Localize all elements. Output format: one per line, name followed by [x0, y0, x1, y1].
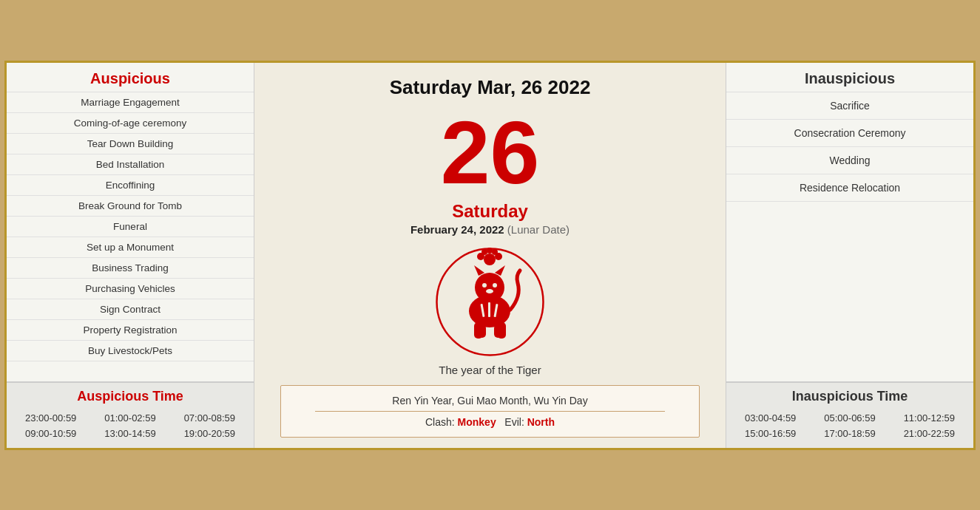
time-slot: 23:00-00:59 — [13, 411, 89, 425]
list-item: Buy Livestock/Pets — [7, 341, 254, 361]
list-item: Bed Installation — [7, 154, 254, 175]
inauspicious-title: Inauspicious — [805, 70, 895, 86]
time-slot: 13:00-14:59 — [92, 426, 168, 441]
time-slot: 07:00-08:59 — [172, 411, 248, 425]
list-item: Coming-of-age ceremony — [7, 113, 254, 134]
svg-rect-9 — [488, 302, 490, 317]
svg-point-5 — [482, 283, 487, 288]
list-item: Set up a Monument — [7, 237, 254, 258]
time-slot: 19:00-20:59 — [172, 426, 248, 441]
auspicious-time-section: Auspicious Time 23:00-00:59 01:00-02:59 … — [7, 381, 254, 448]
inauspicious-time-header: Inauspicious Time — [726, 383, 973, 408]
time-slot: 03:00-04:59 — [732, 411, 808, 425]
svg-point-2 — [475, 273, 504, 302]
info-divider — [315, 411, 665, 412]
left-panel: Auspicious Marriage Engagement Coming-of… — [7, 63, 254, 448]
inauspicious-list: Sacrifice Consecration Ceremony Wedding … — [726, 92, 973, 381]
clash-label: Clash: — [425, 416, 455, 428]
auspicious-time-grid: 23:00-00:59 01:00-02:59 07:00-08:59 09:0… — [7, 408, 254, 448]
year-month-day-info: Ren Yin Year, Gui Mao Month, Wu Yin Day — [392, 395, 587, 407]
day-number: 26 — [441, 108, 539, 197]
tiger-zodiac-svg — [433, 245, 547, 359]
time-slot: 11:00-12:59 — [891, 411, 967, 425]
lunar-date-suffix: (Lunar Date) — [507, 223, 570, 236]
auspicious-time-title: Auspicious Time — [77, 389, 183, 404]
auspicious-title: Auspicious — [90, 70, 170, 86]
time-slot: 21:00-22:59 — [891, 426, 967, 441]
inauspicious-header: Inauspicious — [726, 63, 973, 92]
time-slot: 09:00-10:59 — [13, 426, 89, 441]
auspicious-time-header: Auspicious Time — [7, 383, 254, 408]
gregorian-date-title: Saturday Mar, 26 2022 — [390, 76, 591, 99]
svg-marker-3 — [474, 265, 484, 276]
inauspicious-time-title: Inauspicious Time — [792, 389, 908, 404]
svg-marker-4 — [495, 265, 505, 276]
svg-point-18 — [481, 249, 487, 255]
svg-point-6 — [493, 283, 497, 288]
svg-point-7 — [486, 289, 493, 293]
clash-animal: Monkey — [458, 416, 496, 428]
svg-point-19 — [492, 249, 498, 255]
zodiac-image — [433, 245, 547, 359]
list-item: Sacrifice — [726, 92, 973, 120]
inauspicious-time-grid: 03:00-04:59 05:00-06:59 11:00-12:59 15:0… — [726, 408, 973, 448]
list-item: Business Trading — [7, 258, 254, 279]
svg-rect-14 — [494, 324, 501, 338]
content-area: Auspicious Marriage Engagement Coming-of… — [7, 63, 973, 448]
list-item: Purchasing Vehicles — [7, 279, 254, 299]
time-slot: 01:00-02:59 — [92, 411, 168, 425]
time-slot: 17:00-18:59 — [811, 426, 888, 441]
list-item: Wedding — [726, 147, 973, 174]
list-item: Consecration Ceremony — [726, 120, 973, 147]
auspicious-header: Auspicious — [7, 63, 254, 92]
evil-direction: North — [527, 416, 555, 428]
list-item: Tear Down Building — [7, 134, 254, 154]
center-panel: Saturday Mar, 26 2022 26 Saturday Februa… — [254, 63, 726, 448]
list-item: Property Registration — [7, 320, 254, 341]
auspicious-list: Marriage Engagement Coming-of-age ceremo… — [7, 92, 254, 381]
svg-point-15 — [484, 254, 496, 265]
list-item: Marriage Engagement — [7, 92, 254, 113]
lunar-date-main: February 24, 2022 — [410, 223, 504, 236]
list-item: Break Ground for Tomb — [7, 196, 254, 217]
inauspicious-time-section: Inauspicious Time 03:00-04:59 05:00-06:5… — [726, 381, 973, 448]
right-panel: Inauspicious Sacrifice Consecration Cere… — [726, 63, 973, 448]
list-item: Sign Contract — [7, 299, 254, 320]
svg-point-20 — [487, 248, 493, 254]
lunar-date: February 24, 2022 (Lunar Date) — [410, 223, 570, 236]
list-item: Encoffining — [7, 175, 254, 196]
main-container: Auspicious Marriage Engagement Coming-of… — [4, 61, 976, 450]
time-slot: 15:00-16:59 — [732, 426, 808, 441]
clash-evil-info: Clash: Monkey Evil: North — [425, 416, 555, 428]
day-name: Saturday — [452, 201, 528, 222]
list-item: Funeral — [7, 217, 254, 237]
year-label: The year of the Tiger — [439, 364, 541, 376]
time-slot: 05:00-06:59 — [811, 411, 888, 425]
svg-rect-13 — [479, 324, 486, 338]
list-item: Residence Relocation — [726, 174, 973, 202]
info-box: Ren Yin Year, Gui Mao Month, Wu Yin Day … — [280, 385, 700, 438]
evil-label: Evil: — [504, 416, 524, 428]
